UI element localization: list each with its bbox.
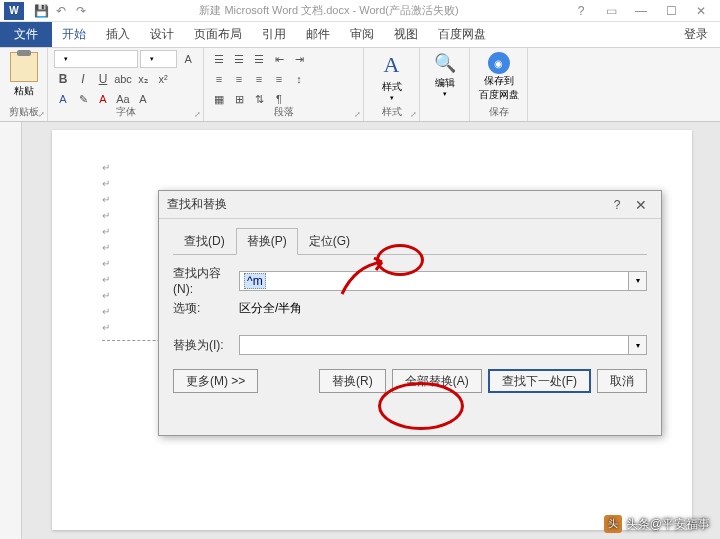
tab-references[interactable]: 引用 [252,22,296,47]
find-replace-dialog: 查找和替换 ? ✕ 查找(D) 替换(P) 定位(G) 查找内容(N): ^m … [158,190,662,436]
dialog-help-icon[interactable]: ? [605,198,629,212]
replace-label: 替换为(I): [173,337,239,354]
tab-insert[interactable]: 插入 [96,22,140,47]
find-dropdown-icon[interactable]: ▾ [629,271,647,291]
align-right-icon[interactable]: ≡ [250,70,268,88]
help-icon[interactable]: ? [568,2,594,20]
minimize-icon[interactable]: — [628,2,654,20]
styles-group: A 样式 ▾ 样式 ⤢ [364,48,420,121]
file-tab[interactable]: 文件 [0,22,52,47]
window-title: 新建 Microsoft Word 文档.docx - Word(产品激活失败) [90,3,568,18]
paste-button[interactable]: 粘贴 [6,50,41,98]
more-button[interactable]: 更多(M) >> [173,369,258,393]
cancel-button[interactable]: 取消 [597,369,647,393]
align-center-icon[interactable]: ≡ [230,70,248,88]
italic-icon[interactable]: I [74,70,92,88]
qat-save-icon[interactable]: 💾 [32,2,50,20]
multilevel-icon[interactable]: ☰ [250,50,268,68]
replace-button[interactable]: 替换(R) [319,369,386,393]
tab-layout[interactable]: 页面布局 [184,22,252,47]
bold-icon[interactable]: B [54,70,72,88]
tab-design[interactable]: 设计 [140,22,184,47]
options-value: 区分全/半角 [239,300,302,317]
subscript-icon[interactable]: x₂ [134,70,152,88]
baidu-icon: ◉ [488,52,510,74]
find-icon: 🔍 [434,52,456,74]
font-family-select[interactable]: ▾ [54,50,138,68]
save-group: ◉ 保存到 百度网盘 保存 [470,48,528,121]
close-icon[interactable]: ✕ [688,2,714,20]
font-group: ▾ ▾ A B I U abc x₂ x² A ✎ A Aa A 字体 ⤢ [48,48,204,121]
paragraph-group: ☰ ☰ ☰ ⇤ ⇥ ≡ ≡ ≡ ≡ ↕ ▦ ⊞ ⇅ ¶ 段落 ⤢ [204,48,364,121]
indent-inc-icon[interactable]: ⇥ [290,50,308,68]
tab-view[interactable]: 视图 [384,22,428,47]
tab-mailings[interactable]: 邮件 [296,22,340,47]
replace-dropdown-icon[interactable]: ▾ [629,335,647,355]
paste-icon [10,52,38,82]
tab-home[interactable]: 开始 [52,22,96,47]
clipboard-group: 粘贴 剪贴板 ⤢ [0,48,48,121]
replace-input[interactable] [239,335,629,355]
grow-font-icon[interactable]: A [179,50,197,68]
numbering-icon[interactable]: ☰ [230,50,248,68]
font-size-select[interactable]: ▾ [140,50,177,68]
styles-icon: A [384,52,400,78]
tab-goto[interactable]: 定位(G) [298,228,361,255]
superscript-icon[interactable]: x² [154,70,172,88]
tab-find[interactable]: 查找(D) [173,228,236,255]
styles-launcher-icon[interactable]: ⤢ [410,110,417,119]
find-input[interactable]: ^m [239,271,629,291]
editing-group: 🔍 编辑 ▾ [420,48,470,121]
watermark: 头 头条@平安福事 [604,515,710,533]
clipboard-launcher-icon[interactable]: ⤢ [38,110,45,119]
font-launcher-icon[interactable]: ⤢ [194,110,201,119]
word-app-icon: W [4,2,24,20]
bullets-icon[interactable]: ☰ [210,50,228,68]
indent-dec-icon[interactable]: ⇤ [270,50,288,68]
qat-redo-icon[interactable]: ↷ [72,2,90,20]
replace-all-button[interactable]: 全部替换(A) [392,369,482,393]
tab-review[interactable]: 审阅 [340,22,384,47]
tab-baidu[interactable]: 百度网盘 [428,22,496,47]
find-next-button[interactable]: 查找下一处(F) [488,369,591,393]
find-label: 查找内容(N): [173,265,239,296]
paragraph-launcher-icon[interactable]: ⤢ [354,110,361,119]
options-label: 选项: [173,300,239,317]
maximize-icon[interactable]: ☐ [658,2,684,20]
align-justify-icon[interactable]: ≡ [270,70,288,88]
align-left-icon[interactable]: ≡ [210,70,228,88]
dialog-close-icon[interactable]: ✕ [629,197,653,213]
vertical-ruler [0,122,22,539]
login-link[interactable]: 登录 [672,22,720,47]
line-spacing-icon[interactable]: ↕ [290,70,308,88]
save-baidu-button[interactable]: ◉ 保存到 百度网盘 [476,50,521,102]
styles-button[interactable]: A 样式 ▾ [370,50,413,102]
watermark-icon: 头 [604,515,622,533]
dialog-title: 查找和替换 [167,196,605,213]
underline-icon[interactable]: U [94,70,112,88]
editing-button[interactable]: 🔍 编辑 ▾ [426,50,463,98]
qat-undo-icon[interactable]: ↶ [52,2,70,20]
strike-icon[interactable]: abc [114,70,132,88]
tab-replace[interactable]: 替换(P) [236,228,298,255]
ribbon-toggle-icon[interactable]: ▭ [598,2,624,20]
